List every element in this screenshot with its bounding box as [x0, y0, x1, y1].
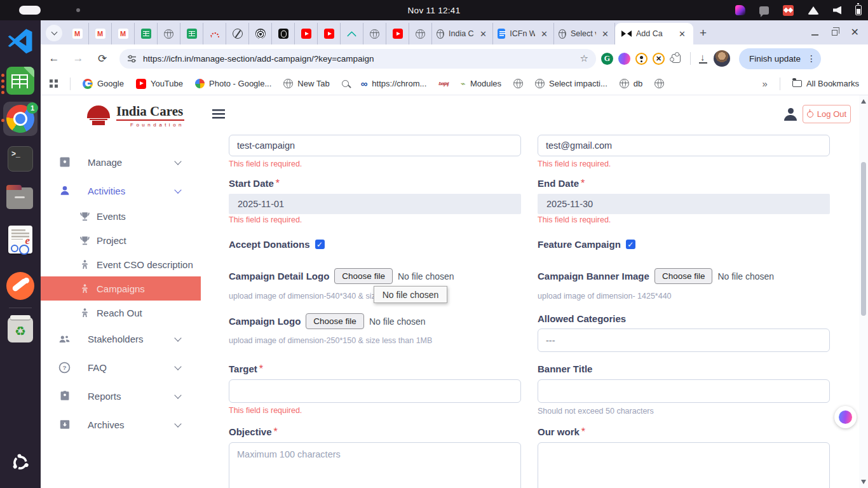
accept-donations-checkbox[interactable]: ✓ — [315, 240, 325, 249]
dock-terminal-icon[interactable]: >_ — [6, 145, 34, 173]
tab-close-icon[interactable]: ✕ — [600, 29, 610, 39]
tray-app-icon[interactable] — [735, 5, 745, 15]
bookmarks-overflow-chevron[interactable]: » — [763, 78, 768, 89]
pinned-tab-youtube[interactable] — [386, 23, 409, 44]
downloads-icon[interactable] — [698, 53, 709, 64]
dock-files-icon[interactable] — [6, 184, 34, 212]
new-tab-button[interactable]: + — [700, 26, 707, 40]
user-profile-icon[interactable] — [784, 108, 797, 121]
back-button[interactable]: ← — [44, 49, 64, 68]
bookmark-globe[interactable] — [654, 79, 664, 88]
pinned-tab-gmail[interactable]: M — [89, 23, 112, 44]
forward-button[interactable]: → — [69, 49, 88, 68]
sidebar-item-activities[interactable]: Activities — [41, 181, 201, 200]
pinned-tab-sheets[interactable] — [135, 23, 158, 44]
pinned-tab-dark-o[interactable] — [272, 23, 295, 44]
campaign-email-input[interactable] — [538, 135, 830, 156]
pinned-tab-globe[interactable] — [363, 23, 386, 44]
address-bar[interactable]: https://icfn.in/manage-section/add-campa… — [119, 49, 596, 69]
bookmark-photo-google[interactable]: Photo - Google... — [195, 79, 271, 88]
tab-close-icon[interactable]: ✕ — [539, 29, 549, 39]
tab-icfn-w[interactable]: ICFn W ✕ — [493, 23, 554, 44]
screencast-icon[interactable] — [783, 5, 794, 16]
tab-close-icon[interactable]: ✕ — [677, 29, 687, 39]
tab-search-button[interactable] — [46, 25, 62, 41]
pinned-tab-youtube[interactable] — [318, 23, 341, 44]
logout-button[interactable]: Log Out — [803, 105, 851, 123]
choose-file-button[interactable]: Choose file — [334, 268, 393, 284]
battery-icon[interactable] — [855, 5, 862, 15]
choose-file-button[interactable]: Choose file — [306, 313, 364, 329]
orange-x-extension-icon[interactable]: ✕ — [653, 53, 665, 65]
hamburger-menu-icon[interactable] — [212, 109, 225, 119]
bookmark-bajaj[interactable]: bajaj — [438, 81, 449, 86]
bookmark-new-tab[interactable]: New Tab — [283, 79, 329, 88]
tab-india-cares[interactable]: India Ca ✕ — [432, 23, 493, 44]
pinned-tab-teal-arrow[interactable] — [341, 23, 363, 44]
window-close-button[interactable]: ✕ — [851, 27, 859, 37]
grammarly-extension-icon[interactable]: G — [601, 53, 613, 65]
pinned-tab-gmail[interactable]: M — [112, 23, 135, 44]
scrollbar-up-arrow[interactable] — [861, 99, 866, 104]
reload-button[interactable]: ⟳ — [93, 49, 112, 68]
pinned-tab-fingerprint[interactable] — [249, 23, 272, 44]
choose-file-button[interactable]: Choose file — [654, 268, 713, 284]
floating-brain-extension-button[interactable] — [834, 406, 857, 428]
feature-campaign-checkbox[interactable]: ✓ — [626, 240, 635, 249]
objective-textarea[interactable] — [229, 442, 521, 488]
site-settings-icon[interactable] — [127, 54, 137, 64]
ubuntu-logo-icon[interactable] — [11, 453, 30, 472]
extensions-puzzle-icon[interactable] — [672, 54, 681, 63]
pinned-tab-circle-slash[interactable] — [226, 23, 249, 44]
dock-trash-icon[interactable]: ♻ — [6, 316, 34, 344]
dock-postman-icon[interactable] — [6, 272, 34, 300]
sidebar-item-manage[interactable]: Manage — [41, 152, 201, 172]
sidebar-item-project[interactable]: Project — [41, 231, 201, 250]
pinned-tab-globe[interactable] — [158, 23, 180, 44]
our-work-textarea[interactable] — [538, 442, 830, 488]
bookmark-google[interactable]: Google — [83, 79, 124, 89]
bookmark-modules[interactable]: ⌁ Modules — [461, 79, 501, 88]
apps-grid-icon[interactable] — [50, 79, 58, 88]
brain-extension-icon[interactable] — [618, 53, 630, 65]
window-restore-button[interactable] — [832, 30, 837, 36]
bookmark-select-impact[interactable]: Select impacti... — [535, 79, 607, 88]
end-date-input[interactable]: 2025-11-30 — [538, 194, 830, 214]
dock-document-viewer-icon[interactable]: e — [6, 226, 34, 254]
sidebar-item-event-cso-description[interactable]: Event CSO description — [41, 255, 201, 274]
all-bookmarks-button[interactable]: All Bookmarks — [792, 79, 859, 88]
sidebar-item-campaigns-selected[interactable]: Campaigns — [41, 276, 201, 301]
sidebar-item-events[interactable]: Events — [41, 207, 201, 226]
bookmark-chrome-url[interactable]: ∞ https://chrom... — [361, 78, 427, 89]
dock-libreoffice-calc-icon[interactable] — [6, 67, 34, 95]
bookmark-db[interactable]: db — [620, 79, 642, 88]
sidebar-item-reach-out[interactable]: Reach Out — [41, 303, 201, 322]
pinned-tab-red-arc[interactable] — [203, 23, 226, 44]
profile-avatar[interactable] — [714, 50, 730, 67]
pinned-tab-youtube[interactable] — [295, 23, 318, 44]
scrollbar-down-arrow[interactable] — [861, 480, 866, 484]
window-minimize-button[interactable] — [811, 34, 818, 36]
sidebar-item-stakeholders[interactable]: Stakeholders — [41, 329, 201, 348]
target-input[interactable] — [229, 379, 521, 403]
browser-menu-icon[interactable]: ⋮ — [806, 53, 817, 64]
pinned-tab-globe[interactable] — [409, 23, 432, 44]
pinned-tab-gmail[interactable]: M — [66, 23, 89, 44]
sidebar-item-reports[interactable]: Reports — [41, 386, 201, 405]
dock-chrome-icon[interactable]: 1 — [6, 105, 34, 133]
dock-vscode-icon[interactable] — [6, 27, 34, 55]
tab-add-campaign-active[interactable]: Add Ca ✕ — [615, 23, 693, 44]
bookmark-star-icon[interactable]: ☆ — [580, 53, 588, 64]
bookmark-globe[interactable] — [513, 79, 523, 88]
sidebar-item-archives[interactable]: Archives — [41, 415, 201, 434]
orange-person-extension-icon[interactable] — [635, 53, 648, 65]
page-scrollbar[interactable] — [859, 95, 868, 488]
system-clock[interactable]: Nov 11 12:41 — [408, 0, 461, 20]
scrollbar-thumb[interactable] — [861, 162, 866, 316]
bookmark-youtube[interactable]: YouTube — [136, 79, 183, 89]
chat-icon[interactable] — [759, 6, 769, 15]
finish-update-button[interactable]: Finish update ⋮ — [739, 48, 821, 69]
sidebar-item-faq[interactable]: ? FAQ — [41, 358, 201, 377]
pinned-tab-sheets[interactable] — [180, 23, 203, 44]
campaign-name-input[interactable] — [229, 135, 521, 156]
